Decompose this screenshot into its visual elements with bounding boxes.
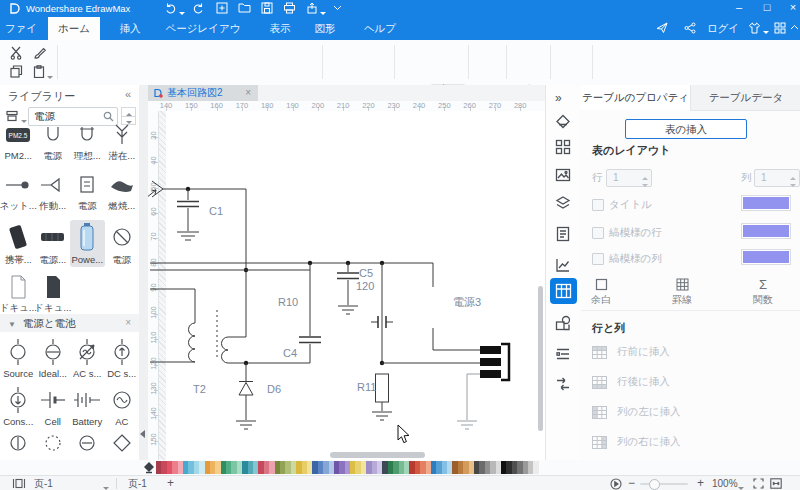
fill-color-icon[interactable] <box>143 461 155 474</box>
border-button[interactable]: 罫線 <box>662 278 702 307</box>
page-selector-caret-icon[interactable] <box>103 482 109 490</box>
login-button[interactable]: ログイン <box>702 17 744 40</box>
library-item[interactable]: Cons... <box>1 386 36 427</box>
add-page-button[interactable]: + <box>167 477 174 490</box>
zoom-slider-knob[interactable] <box>649 479 660 490</box>
redo-icon[interactable] <box>192 2 204 14</box>
menu-insert[interactable]: 挿入 <box>108 17 152 40</box>
page-list-icon[interactable] <box>12 478 26 489</box>
library-item[interactable]: ネット... <box>1 172 36 213</box>
library-item[interactable]: DC s... <box>105 338 140 379</box>
library-item[interactable]: 潜在... <box>105 122 140 163</box>
format-painter-icon[interactable] <box>33 46 47 60</box>
library-item[interactable]: ドキュ... <box>1 274 36 315</box>
save-icon[interactable] <box>261 2 273 14</box>
striped-cols-color-swatch[interactable] <box>741 249 791 265</box>
menu-view[interactable]: 表示 <box>256 17 304 40</box>
send-icon[interactable] <box>656 22 668 34</box>
layers-panel-icon[interactable] <box>555 195 572 212</box>
striped-cols-checkbox[interactable] <box>592 253 604 265</box>
library-item[interactable]: DC 2 <box>70 432 105 460</box>
function-button[interactable]: Σ 関数 <box>743 278 783 307</box>
title-color-swatch[interactable] <box>741 195 791 211</box>
theme-caret-icon[interactable] <box>763 26 769 37</box>
library-item[interactable]: AC <box>105 386 140 427</box>
collapse-ribbon-icon[interactable] <box>790 24 799 30</box>
print-icon[interactable] <box>283 2 296 14</box>
document-tab[interactable]: 基本回路図2 × <box>148 85 258 101</box>
notes-panel-icon[interactable] <box>555 226 572 243</box>
library-item[interactable]: 電源 <box>36 122 71 163</box>
fill-style-icon[interactable] <box>555 114 572 131</box>
collapse-quickbar-icon[interactable] <box>333 5 342 11</box>
new-document-icon[interactable] <box>216 2 228 14</box>
library-item[interactable]: Cell <box>36 386 71 427</box>
circuit-diagram[interactable]: C1 R10 C4 T2 D6 C5 120 R11 電源3 <box>148 111 545 460</box>
library-item[interactable]: DC <box>36 432 71 460</box>
share-icon[interactable] <box>684 22 696 34</box>
insert-row-after-button[interactable]: 行後に挿入 <box>592 375 670 389</box>
canvas-vertical-scrollbar[interactable] <box>538 286 543 431</box>
menu-file[interactable]: ファイル <box>4 17 38 40</box>
title-checkbox[interactable] <box>592 199 604 211</box>
paste-caret-icon[interactable] <box>47 71 53 82</box>
copy-icon[interactable] <box>10 65 23 78</box>
rows-stepper[interactable]: 1 <box>606 169 652 187</box>
zoom-out-button[interactable]: − <box>628 477 635 490</box>
insert-row-before-button[interactable]: 行前に挿入 <box>592 345 670 359</box>
menu-page-layout[interactable]: ページレイアウト <box>162 17 244 40</box>
striped-rows-color-swatch[interactable] <box>741 223 791 239</box>
tab-table-data[interactable]: テーブルデータ <box>690 85 800 111</box>
library-section-header[interactable]: ▼ 電源と電池 × <box>0 314 139 332</box>
library-item[interactable]: 電源 <box>70 172 105 213</box>
margin-button[interactable]: 余白 <box>581 278 621 307</box>
library-item[interactable]: Ideal... <box>36 338 71 379</box>
library-item[interactable]: AC s... <box>70 338 105 379</box>
zoom-in-button[interactable]: + <box>697 477 704 490</box>
close-button[interactable]: × <box>782 0 800 17</box>
insert-col-left-button[interactable]: 列の左に挿入 <box>592 405 681 419</box>
symbol-library-icon[interactable] <box>555 139 572 156</box>
swap-panel-icon[interactable] <box>555 376 572 393</box>
maximize-button[interactable]: □ <box>756 0 778 17</box>
insert-col-right-button[interactable]: 列の右に挿入 <box>592 435 681 449</box>
library-item[interactable]: 携帯... <box>1 222 36 267</box>
palette-color[interactable] <box>533 461 538 474</box>
search-icon[interactable] <box>103 111 114 122</box>
expand-panel-icon[interactable]: » <box>555 91 572 108</box>
tab-table-properties[interactable]: テーブルのプロパティ <box>581 85 690 110</box>
table-panel-active-button[interactable] <box>550 278 577 304</box>
close-tab-icon[interactable]: × <box>245 85 251 101</box>
close-section-icon[interactable]: × <box>125 314 131 332</box>
library-item-selected[interactable]: Powe... <box>70 220 105 267</box>
library-item[interactable]: 燃焼... <box>105 172 140 213</box>
apps-grid-icon[interactable] <box>774 22 786 34</box>
undo-icon[interactable] <box>165 2 177 14</box>
insert-table-button[interactable]: 表の挿入 <box>625 119 747 139</box>
page-selector[interactable]: 页-1 <box>34 477 53 490</box>
library-selector-icon[interactable] <box>6 109 20 123</box>
sidebar-collapse-arrow-icon[interactable] <box>140 430 145 438</box>
library-item[interactable]: ドキュ... <box>36 274 71 315</box>
library-item[interactable]: 理想... <box>70 122 105 163</box>
image-panel-icon[interactable] <box>555 167 572 184</box>
library-item[interactable]: 作動... <box>36 172 71 213</box>
cols-stepper[interactable]: 1 <box>754 169 800 187</box>
menu-home[interactable]: ホーム <box>48 17 100 40</box>
zoom-slider-track[interactable] <box>640 483 688 485</box>
open-folder-icon[interactable] <box>238 2 251 14</box>
canvas-horizontal-scrollbar[interactable] <box>330 452 425 458</box>
minimize-button[interactable]: – <box>728 0 750 17</box>
page-tab[interactable]: 页-1 <box>128 477 147 490</box>
chart-panel-icon[interactable] <box>555 257 572 274</box>
outline-panel-icon[interactable] <box>555 346 572 363</box>
library-item[interactable]: PM2.5 PM2... <box>1 122 36 163</box>
fit-to-window-icon[interactable] <box>770 478 782 489</box>
paste-icon[interactable] <box>33 65 45 78</box>
export-icon[interactable] <box>306 2 318 14</box>
zoom-level[interactable]: 100% <box>712 477 738 490</box>
presentation-play-icon[interactable] <box>610 478 622 490</box>
library-item[interactable]: Curr... <box>1 432 36 460</box>
sidebar-resize-gutter[interactable] <box>139 85 148 460</box>
library-item[interactable]: Depe... <box>105 432 140 460</box>
